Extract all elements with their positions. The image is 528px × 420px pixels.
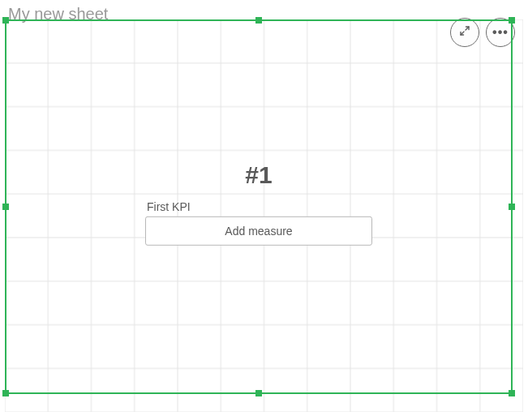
first-kpi-label: First KPI <box>147 200 372 213</box>
resize-handle-left[interactable] <box>2 204 9 210</box>
selected-object-frame[interactable]: #1 First KPI Add measure <box>5 19 513 394</box>
resize-handle-right[interactable] <box>509 204 515 210</box>
resize-handle-top-left[interactable] <box>2 17 9 24</box>
resize-handle-bottom-left[interactable] <box>2 390 9 396</box>
kpi-placeholder: #1 First KPI Add measure <box>145 161 372 246</box>
add-measure-button[interactable]: Add measure <box>145 216 372 246</box>
resize-handle-top-right[interactable] <box>509 17 515 24</box>
object-index-tag: #1 <box>145 161 372 189</box>
add-measure-button-label: Add measure <box>225 225 292 238</box>
resize-handle-top[interactable] <box>255 17 262 24</box>
resize-handle-bottom[interactable] <box>255 390 262 396</box>
resize-handle-bottom-right[interactable] <box>509 390 515 396</box>
